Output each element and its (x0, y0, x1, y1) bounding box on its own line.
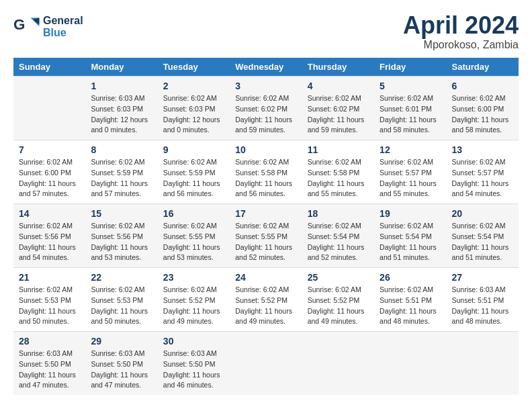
day-info: Sunrise: 6:02 AMSunset: 6:00 PMDaylight:… (452, 93, 513, 136)
day-number: 15 (91, 208, 152, 219)
table-row: 10Sunrise: 6:02 AMSunset: 5:58 PMDayligh… (230, 140, 302, 204)
day-info: Sunrise: 6:02 AMSunset: 5:55 PMDaylight:… (163, 221, 224, 263)
table-row: 14Sunrise: 6:02 AMSunset: 5:56 PMDayligh… (13, 204, 85, 268)
table-row: 4Sunrise: 6:02 AMSunset: 6:02 PMDaylight… (302, 77, 374, 140)
day-info: Sunrise: 6:03 AMSunset: 5:50 PMDaylight:… (163, 349, 224, 391)
day-number: 26 (380, 272, 441, 283)
day-info: Sunrise: 6:02 AMSunset: 6:01 PMDaylight:… (380, 93, 441, 136)
col-sunday: Sunday (13, 58, 85, 77)
calendar-week-row: 14Sunrise: 6:02 AMSunset: 5:56 PMDayligh… (13, 204, 519, 268)
day-info: Sunrise: 6:03 AMSunset: 6:03 PMDaylight:… (91, 93, 152, 136)
day-number: 11 (308, 144, 369, 155)
day-info: Sunrise: 6:03 AMSunset: 5:51 PMDaylight:… (452, 285, 513, 327)
day-number: 29 (91, 336, 152, 347)
table-row: 8Sunrise: 6:02 AMSunset: 5:59 PMDaylight… (85, 140, 157, 204)
title-block: April 2024 Mporokoso, Zambia (403, 13, 519, 51)
day-info: Sunrise: 6:02 AMSunset: 5:53 PMDaylight:… (91, 285, 152, 327)
day-number: 12 (380, 144, 441, 155)
day-number: 30 (163, 336, 224, 347)
day-info: Sunrise: 6:02 AMSunset: 5:53 PMDaylight:… (19, 285, 80, 327)
day-info: Sunrise: 6:02 AMSunset: 5:56 PMDaylight:… (19, 221, 80, 263)
day-info: Sunrise: 6:02 AMSunset: 5:58 PMDaylight:… (235, 157, 296, 199)
day-number: 6 (452, 81, 513, 91)
day-number: 23 (163, 272, 224, 283)
day-number: 21 (19, 272, 80, 283)
table-row: 28Sunrise: 6:03 AMSunset: 5:50 PMDayligh… (13, 332, 85, 396)
location-text: Mporokoso, Zambia (403, 39, 519, 51)
table-row: 17Sunrise: 6:02 AMSunset: 5:55 PMDayligh… (230, 204, 302, 268)
day-info: Sunrise: 6:03 AMSunset: 5:50 PMDaylight:… (91, 349, 152, 391)
day-number: 28 (19, 336, 80, 347)
col-tuesday: Tuesday (158, 58, 230, 77)
logo: G General Blue (13, 13, 83, 40)
day-info: Sunrise: 6:02 AMSunset: 5:56 PMDaylight:… (91, 221, 152, 263)
table-row: 19Sunrise: 6:02 AMSunset: 5:54 PMDayligh… (374, 204, 446, 268)
table-row: 6Sunrise: 6:02 AMSunset: 6:00 PMDaylight… (447, 77, 519, 140)
day-info: Sunrise: 6:02 AMSunset: 5:52 PMDaylight:… (308, 285, 369, 327)
table-row: 23Sunrise: 6:02 AMSunset: 5:52 PMDayligh… (158, 268, 230, 332)
table-row (447, 332, 519, 396)
table-row: 12Sunrise: 6:02 AMSunset: 5:57 PMDayligh… (374, 140, 446, 204)
day-number: 19 (380, 208, 441, 219)
calendar-table: Sunday Monday Tuesday Wednesday Thursday… (13, 58, 519, 395)
day-number: 20 (452, 208, 513, 219)
day-info: Sunrise: 6:02 AMSunset: 5:54 PMDaylight:… (308, 221, 369, 263)
table-row (302, 332, 374, 396)
day-info: Sunrise: 6:02 AMSunset: 5:59 PMDaylight:… (163, 157, 224, 199)
day-number: 2 (163, 81, 224, 91)
table-row (13, 77, 85, 140)
day-number: 5 (380, 81, 441, 91)
day-info: Sunrise: 6:02 AMSunset: 5:51 PMDaylight:… (380, 285, 441, 327)
day-number: 18 (308, 208, 369, 219)
day-info: Sunrise: 6:02 AMSunset: 6:02 PMDaylight:… (235, 93, 296, 136)
day-info: Sunrise: 6:02 AMSunset: 5:55 PMDaylight:… (235, 221, 296, 263)
day-number: 4 (308, 81, 369, 91)
day-info: Sunrise: 6:02 AMSunset: 6:03 PMDaylight:… (163, 93, 224, 136)
logo-blue: Blue (43, 27, 83, 39)
table-row: 1Sunrise: 6:03 AMSunset: 6:03 PMDaylight… (85, 77, 157, 140)
logo-general: General (43, 15, 83, 27)
day-number: 24 (235, 272, 296, 283)
table-row: 9Sunrise: 6:02 AMSunset: 5:59 PMDaylight… (158, 140, 230, 204)
table-row: 5Sunrise: 6:02 AMSunset: 6:01 PMDaylight… (374, 77, 446, 140)
day-number: 1 (91, 81, 152, 91)
table-row (374, 332, 446, 396)
calendar-week-row: 21Sunrise: 6:02 AMSunset: 5:53 PMDayligh… (13, 268, 519, 332)
col-wednesday: Wednesday (230, 58, 302, 77)
table-row: 24Sunrise: 6:02 AMSunset: 5:52 PMDayligh… (230, 268, 302, 332)
day-info: Sunrise: 6:02 AMSunset: 6:02 PMDaylight:… (308, 93, 369, 136)
table-row: 26Sunrise: 6:02 AMSunset: 5:51 PMDayligh… (374, 268, 446, 332)
day-info: Sunrise: 6:02 AMSunset: 5:54 PMDaylight:… (380, 221, 441, 263)
day-number: 8 (91, 144, 152, 155)
day-info: Sunrise: 6:02 AMSunset: 6:00 PMDaylight:… (19, 157, 80, 199)
month-title: April 2024 (403, 13, 519, 38)
day-number: 3 (235, 81, 296, 91)
table-row: 2Sunrise: 6:02 AMSunset: 6:03 PMDaylight… (158, 77, 230, 140)
day-info: Sunrise: 6:02 AMSunset: 5:54 PMDaylight:… (452, 221, 513, 263)
calendar-week-row: 28Sunrise: 6:03 AMSunset: 5:50 PMDayligh… (13, 332, 519, 396)
table-row: 25Sunrise: 6:02 AMSunset: 5:52 PMDayligh… (302, 268, 374, 332)
calendar-header-row: Sunday Monday Tuesday Wednesday Thursday… (13, 58, 519, 77)
col-thursday: Thursday (302, 58, 374, 77)
logo-text: General Blue (43, 15, 83, 38)
day-number: 7 (19, 144, 80, 155)
day-info: Sunrise: 6:02 AMSunset: 5:58 PMDaylight:… (308, 157, 369, 199)
table-row: 18Sunrise: 6:02 AMSunset: 5:54 PMDayligh… (302, 204, 374, 268)
table-row: 27Sunrise: 6:03 AMSunset: 5:51 PMDayligh… (447, 268, 519, 332)
day-number: 27 (452, 272, 513, 283)
table-row: 15Sunrise: 6:02 AMSunset: 5:56 PMDayligh… (85, 204, 157, 268)
table-row (230, 332, 302, 396)
day-number: 16 (163, 208, 224, 219)
table-row: 7Sunrise: 6:02 AMSunset: 6:00 PMDaylight… (13, 140, 85, 204)
col-friday: Friday (374, 58, 446, 77)
day-number: 13 (452, 144, 513, 155)
day-info: Sunrise: 6:02 AMSunset: 5:57 PMDaylight:… (380, 157, 441, 199)
day-number: 14 (19, 208, 80, 219)
calendar-week-row: 7Sunrise: 6:02 AMSunset: 6:00 PMDaylight… (13, 140, 519, 204)
svg-text:G: G (13, 16, 25, 33)
col-saturday: Saturday (447, 58, 519, 77)
table-row: 16Sunrise: 6:02 AMSunset: 5:55 PMDayligh… (158, 204, 230, 268)
day-info: Sunrise: 6:02 AMSunset: 5:57 PMDaylight:… (452, 157, 513, 199)
col-monday: Monday (85, 58, 157, 77)
table-row: 20Sunrise: 6:02 AMSunset: 5:54 PMDayligh… (447, 204, 519, 268)
